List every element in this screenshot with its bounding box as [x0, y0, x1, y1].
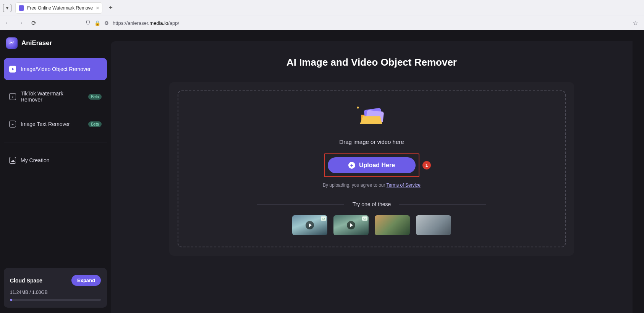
cloud-space-progress — [10, 299, 101, 301]
new-tab-button[interactable]: + — [106, 4, 115, 12]
image-icon — [9, 121, 16, 127]
sidebar-item-label: Image/Video Object Remover — [21, 66, 102, 72]
folder-upload-icon — [355, 105, 388, 128]
sidebar-item-label: TikTok Watermark Remover — [21, 90, 84, 103]
drag-hint-text: Drag image or video here — [339, 139, 404, 145]
sample-thumb-3[interactable] — [375, 215, 410, 235]
sidebar-item-my-creation[interactable]: My Creation — [4, 149, 107, 171]
tab-title: Free Online Watermark Remove — [27, 5, 93, 11]
lock-icon[interactable]: 🔒 — [94, 20, 100, 26]
sidebar: AniEraser Image/Video Object Remover Tik… — [0, 30, 111, 313]
favicon-icon — [19, 5, 24, 11]
svg-point-0 — [357, 106, 359, 108]
cloud-space-card: Cloud Space Expand 11.24MB / 1.00GB — [4, 268, 107, 308]
reload-button[interactable]: ⟳ — [30, 19, 37, 27]
app-logo[interactable]: AniEraser — [4, 35, 107, 58]
sample-thumb-4[interactable] — [416, 215, 451, 235]
app-name: AniEraser — [21, 39, 52, 47]
annotation-badge: 1 — [422, 161, 431, 169]
url-text: https://anieraser.media.io/app/ — [113, 20, 179, 26]
watermark-chip-icon: ▭ — [321, 216, 326, 221]
sidebar-item-label: Image Text Remover — [21, 121, 84, 127]
sidebar-divider — [4, 142, 107, 142]
cloud-icon — [9, 157, 16, 164]
permissions-icon[interactable]: ⚙ — [104, 20, 109, 26]
sample-thumb-1[interactable]: ▭ — [292, 215, 327, 235]
upload-button-label: Upload Here — [359, 162, 395, 169]
plus-icon: + — [348, 162, 355, 169]
sidebar-item-label: My Creation — [21, 157, 102, 163]
bookmark-star-icon[interactable]: ☆ — [630, 19, 640, 27]
sidebar-item-text-remover[interactable]: Image Text Remover Beta — [4, 113, 107, 135]
upload-button[interactable]: + Upload Here — [328, 157, 416, 173]
expand-button[interactable]: Expand — [71, 275, 101, 286]
page-title: AI Image and Video Object Remover — [122, 56, 621, 68]
watermark-chip-icon: ▭ — [362, 216, 367, 221]
close-tab-icon[interactable]: × — [96, 5, 99, 11]
sample-row: ▭ ▭ — [292, 215, 451, 235]
window-menu-icon[interactable]: ▾ — [3, 4, 11, 12]
play-overlay-icon — [347, 221, 355, 229]
browser-chrome: ▾ Free Online Watermark Remove × + ← → ⟳… — [0, 0, 644, 30]
sidebar-item-tiktok-remover[interactable]: TikTok Watermark Remover Beta — [4, 86, 107, 108]
dropzone-container: Drag image or video here + Upload Here 1… — [169, 82, 574, 256]
app-root: AniEraser Image/Video Object Remover Tik… — [0, 30, 644, 313]
tab-strip: ▾ Free Online Watermark Remove × + — [0, 0, 644, 16]
forward-button[interactable]: → — [17, 19, 24, 26]
tos-text: By uploading, you agree to our Terms of … — [323, 182, 421, 188]
beta-badge: Beta — [88, 94, 102, 100]
play-icon — [9, 66, 16, 73]
main-area: AI Image and Video Object Remover Drag i… — [111, 30, 644, 313]
play-overlay-icon — [306, 221, 314, 229]
browser-tab[interactable]: Free Online Watermark Remove × — [15, 2, 102, 14]
music-note-icon — [9, 93, 16, 100]
shield-icon[interactable]: ⛉ — [86, 20, 91, 26]
address-bar: ← → ⟳ ⛉ 🔒 ⚙ https://anieraser.media.io/a… — [0, 16, 644, 30]
try-separator: Try one of these — [257, 201, 486, 208]
cloud-space-title: Cloud Space — [10, 278, 42, 284]
main-panel: AI Image and Video Object Remover Drag i… — [111, 41, 633, 313]
beta-badge: Beta — [88, 121, 102, 127]
sidebar-item-object-remover[interactable]: Image/Video Object Remover — [4, 58, 107, 80]
url-box[interactable]: ⛉ 🔒 ⚙ https://anieraser.media.io/app/ — [81, 17, 621, 29]
dropzone[interactable]: Drag image or video here + Upload Here 1… — [178, 90, 566, 247]
back-button[interactable]: ← — [4, 19, 11, 26]
sample-thumb-2[interactable]: ▭ — [333, 215, 369, 235]
logo-icon — [6, 37, 18, 49]
tos-link[interactable]: Terms of Service — [387, 182, 421, 188]
annotation-frame: + Upload Here — [324, 153, 419, 177]
cloud-space-usage: 11.24MB / 1.00GB — [10, 290, 101, 295]
